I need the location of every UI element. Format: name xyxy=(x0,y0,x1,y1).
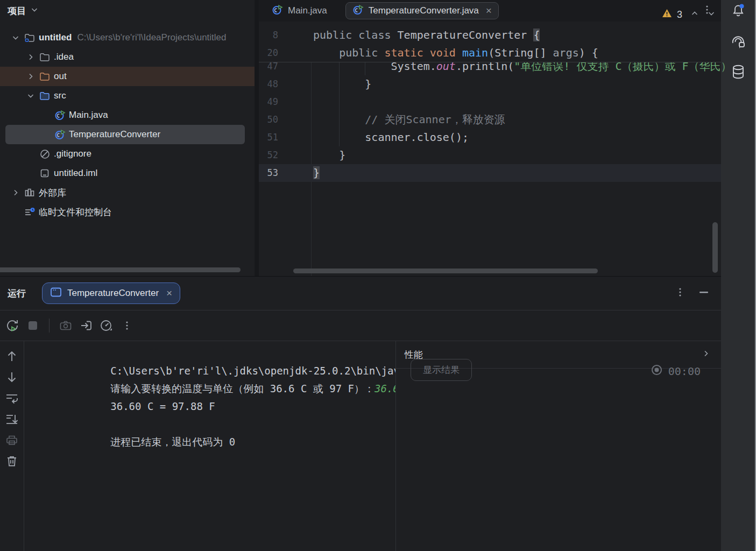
line-number: 52 xyxy=(259,146,278,164)
code-line: 53 } xyxy=(259,164,721,182)
record-icon xyxy=(651,364,663,378)
line-number: 51 xyxy=(259,129,278,146)
tree-item-label: TemperatureConverter xyxy=(69,129,160,140)
run-content: C:\Users\b're'ri'l\.jdks\openjdk-25.0.2\… xyxy=(0,341,721,551)
run-options-kebab-icon[interactable] xyxy=(676,287,684,299)
line-number: 53 xyxy=(259,164,278,182)
editor-horizontal-scrollbar[interactable] xyxy=(293,269,598,273)
tree-chevron-icon[interactable] xyxy=(24,72,38,81)
show-results-button[interactable]: 显示结果 xyxy=(411,359,472,381)
screenshot-icon[interactable] xyxy=(58,318,73,333)
scratches-icon xyxy=(23,207,37,217)
tab-temperatureconverter-java[interactable]: TemperatureConverter.java × xyxy=(345,2,499,19)
sticky-lines-panel[interactable]: 8 public class TemperatureConverter { 20… xyxy=(259,22,721,62)
line-number: 49 xyxy=(259,93,278,111)
stop-icon[interactable] xyxy=(25,318,40,333)
next-warning-icon[interactable] xyxy=(707,9,716,20)
project-horizontal-scrollbar[interactable] xyxy=(0,267,241,272)
tree-row[interactable]: untitled C:\Users\b're'ri'l\IdeaProjects… xyxy=(0,28,255,47)
tree-row[interactable]: .gitignore xyxy=(0,144,255,164)
project-tool-window: 项目 untitled C:\Users\b're'ri'l\IdeaProje… xyxy=(0,0,255,276)
tree-row[interactable]: .idea xyxy=(0,47,255,67)
sticky-code-line: 8 public class TemperatureConverter { xyxy=(259,26,721,44)
clear-console-icon[interactable] xyxy=(4,454,19,469)
ai-assistant-icon[interactable] xyxy=(729,31,748,51)
line-number: 20 xyxy=(259,44,278,62)
tree-item-path: C:\Users\b're'ri'l\IdeaProjects\untitled xyxy=(77,32,226,43)
folder-idea-icon xyxy=(38,52,52,62)
hide-tool-window-icon[interactable] xyxy=(698,288,709,299)
console-output[interactable]: C:\Users\b're'ri'l\.jdks\openjdk-25.0.2\… xyxy=(24,341,395,551)
tree-row[interactable]: Main.java xyxy=(0,105,255,125)
notifications-bell-icon[interactable] xyxy=(729,1,748,20)
tree-item-label: .idea xyxy=(54,52,74,62)
warning-count: 3 xyxy=(677,9,682,20)
code-line: 52 } xyxy=(259,146,721,164)
tree-item-label: out xyxy=(54,71,67,82)
line-number: 50 xyxy=(259,111,278,129)
code-line: 51 scanner.close(); xyxy=(259,129,721,146)
run-tool-window: 运行 TemperatureConverter × xyxy=(0,276,721,551)
project-header[interactable]: 项目 xyxy=(0,0,255,22)
sticky-code-line: 20 public static void main(String[] args… xyxy=(259,44,721,62)
tab-main-java[interactable]: Main.java xyxy=(266,2,333,19)
tree-chevron-icon[interactable] xyxy=(24,53,38,61)
close-icon[interactable]: × xyxy=(486,5,492,17)
java-class-run-icon xyxy=(53,129,67,140)
code-line: 49 xyxy=(259,93,721,111)
run-tab-label: TemperatureConverter xyxy=(67,288,159,299)
code-line: 48 } xyxy=(259,75,721,93)
close-icon[interactable]: × xyxy=(166,287,172,299)
tree-chevron-icon[interactable] xyxy=(9,188,23,197)
next-occurrence-icon[interactable] xyxy=(4,370,19,385)
run-tab-temperatureconverter[interactable]: TemperatureConverter × xyxy=(42,282,180,304)
tree-row[interactable]: src xyxy=(0,86,255,105)
code-line: 50 // 关闭Scanner，释放资源 xyxy=(259,111,721,129)
tree-chevron-icon[interactable] xyxy=(24,91,38,100)
run-title: 运行 xyxy=(8,287,26,300)
java-class-run-icon xyxy=(272,4,283,18)
recording-timer: 00:00 xyxy=(651,364,701,378)
more-actions-kebab-icon[interactable] xyxy=(119,318,135,333)
tree-item-label: 临时文件和控制台 xyxy=(39,206,112,218)
rerun-icon[interactable] xyxy=(5,318,20,333)
tree-chevron-icon[interactable] xyxy=(9,33,23,42)
toolbar-separator xyxy=(49,319,50,333)
tree-row[interactable]: 临时文件和控制台 xyxy=(0,202,255,222)
editor-vertical-scrollbar[interactable] xyxy=(712,222,718,273)
print-icon[interactable] xyxy=(4,433,19,448)
run-header: 运行 TemperatureConverter × xyxy=(0,277,721,310)
code-area[interactable]: 47 System.out.println("单位错误! 仅支持 C（摄氏）或 … xyxy=(259,58,721,182)
top-area: 项目 untitled C:\Users\b're'ri'l\IdeaProje… xyxy=(0,0,721,276)
chevron-right-icon[interactable] xyxy=(702,349,710,360)
tree-item-label: src xyxy=(54,90,66,101)
tab-label: TemperatureConverter.java xyxy=(369,5,479,16)
attach-debugger-icon[interactable] xyxy=(79,318,94,333)
tree-item-label: Main.java xyxy=(69,110,108,121)
console-toolbar xyxy=(0,341,24,551)
previous-warning-icon[interactable] xyxy=(690,9,699,20)
tree-row[interactable]: 外部库 xyxy=(0,183,255,202)
chevron-down-icon[interactable] xyxy=(30,5,39,16)
editor-area: Main.java TemperatureConverter.java × 3 xyxy=(259,0,721,276)
soft-wrap-icon[interactable] xyxy=(4,391,19,406)
right-tool-strip xyxy=(721,0,756,551)
project-tree: untitled C:\Users\b're'ri'l\IdeaProjects… xyxy=(0,28,255,222)
folder-out-icon xyxy=(38,72,52,81)
timer-value: 00:00 xyxy=(668,365,701,378)
project-editor-splitter[interactable] xyxy=(255,0,259,276)
java-class-run-icon xyxy=(53,110,67,121)
tree-row[interactable]: TemperatureConverter xyxy=(0,125,255,144)
console-line: C:\Users\b're'ri'l\.jdks\openjdk-25.0.2\… xyxy=(37,344,395,362)
inspections-widget[interactable]: 3 xyxy=(662,9,716,20)
prev-occurrence-icon[interactable] xyxy=(4,349,19,364)
app-window-icon xyxy=(50,287,62,300)
tree-row[interactable]: untitled.iml xyxy=(0,164,255,183)
warning-icon xyxy=(662,9,672,20)
project-folder-icon xyxy=(23,33,37,43)
ignored-file-icon xyxy=(38,149,52,159)
scroll-to-end-icon[interactable] xyxy=(4,412,19,427)
tree-row[interactable]: out xyxy=(0,67,255,86)
tab-label: Main.java xyxy=(288,5,327,16)
profiler-icon[interactable] xyxy=(99,318,114,333)
